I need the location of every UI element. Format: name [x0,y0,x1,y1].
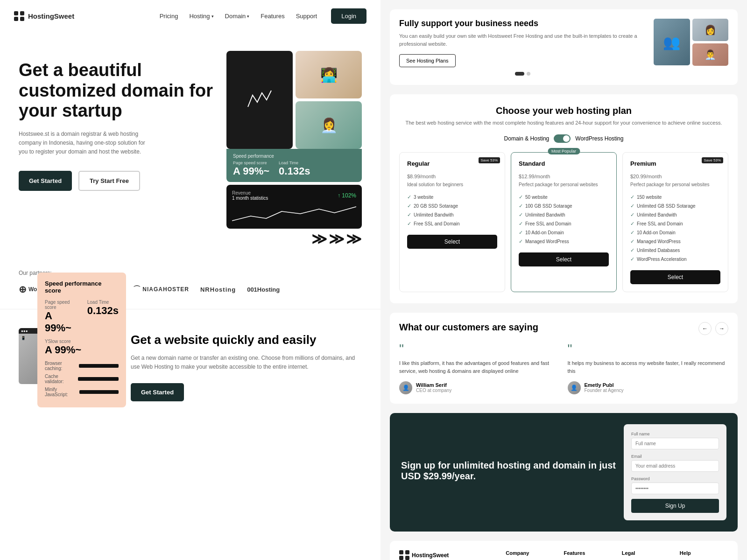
feature-item: Free SSL and Domain [407,219,497,228]
footer-legal-title: Legal [622,550,670,556]
score-metrics: Page speed score A 99%~ Load Time 0.132s [45,300,119,334]
revenue-label: Revenue [232,190,268,196]
prev-testimonial-button[interactable]: ← [698,322,712,335]
support-text: Fully support your business needs You ca… [399,19,646,76]
email-input[interactable] [631,460,719,472]
plan-select-standard[interactable]: Select [519,252,609,266]
plan-features-standard: 50 website 100 GB SSD Sotarage Unlimited… [519,193,609,246]
nav-hosting[interactable]: Hosting ▾ [189,13,213,20]
get-started-button[interactable]: Get Started [19,171,72,191]
pagination [399,72,646,76]
author-2-name: Emetly Publ [585,382,624,388]
see-hosting-plans-button[interactable]: See Hosting Plans [399,54,456,67]
arrow-icon: ≫ [311,231,327,246]
feature-item: 20 GB SSD Sotarage [407,202,497,210]
navbar: HostingSweet Pricing Hosting ▾ Domain ▾ … [0,0,381,32]
nav-support[interactable]: Support [296,13,317,20]
feature-item: Unlimited Bandwith [519,210,609,219]
password-input[interactable] [631,483,719,494]
footer-logo-icon [399,550,409,560]
arrow-icon: ≫ [346,231,362,246]
avatar-1: 👤 [399,381,412,394]
speed-score-card: Speed performance score Page speed score… [37,273,126,407]
nav-features[interactable]: Features [261,13,284,20]
cta-title: Sign up for unlimited hosting and domain… [401,460,616,482]
save-badge-premium: Save 53% [702,157,723,163]
plan-standard: Most Popular Standard $12.99/month Perfe… [511,152,617,292]
logo-icon [14,11,24,21]
feature-item: Unlimited GB SSD Sotarage [630,202,720,210]
login-button[interactable]: Login [331,8,366,24]
speed-title: Speed performance [233,154,355,159]
plan-select-premium[interactable]: Select [630,270,720,284]
revenue-card: Revenue 1 month statistics ↑ 102% [226,185,362,229]
toggle-domain-label: Domain & Hosting [504,135,550,142]
speed-visual-area: ●●● 📱 ››› Speed performance score Page s… [19,323,117,407]
chevron-down-icon: ▾ [211,14,214,19]
email-label: Email [631,454,719,459]
email-field: Email [631,454,719,472]
chevron-down-icon: ▾ [247,14,249,19]
signup-form: Full name Email Password Sign Up [624,424,726,520]
plans-toggle: Domain & Hosting WordPress Hosting [399,134,728,143]
revenue-change: ↑ 102% [338,192,356,199]
hero-visuals: 👩‍💻 👩‍💼 Speed performance Page speed sco… [226,51,362,246]
signup-button[interactable]: Sign Up [631,499,719,513]
support-team-image: 👥 [654,19,690,65]
partner-niagahoster: ⌒ NiagaHoster [133,285,189,294]
footer-features-col: Features Check Domain Site Web Email Wor… [564,550,612,560]
hero-content: Get a beautiful customized domain for yo… [19,51,217,246]
plan-features-premium: 150 website Unlimited GB SSD Sotarage Un… [630,193,720,264]
feature-item: 150 website [630,193,720,202]
full-name-input[interactable] [631,438,719,449]
next-testimonial-button[interactable]: → [715,322,728,335]
bar-track [79,364,119,368]
hero-title: Get a beautiful customized domain for yo… [19,60,217,121]
speed-score-value: A 99%~ [233,165,269,177]
footer-features-title: Features [564,550,612,556]
yslow-row: YSlow score A 99%~ [45,339,119,356]
logo[interactable]: HostingSweet [14,11,74,21]
toggle-switch[interactable] [554,134,571,143]
yslow-value: A 99%~ [45,344,119,356]
testimonial-2-author: 👤 Emetly Publ Founder at Agency [568,381,729,394]
footer-brand-name: HostingSweet [399,550,496,560]
quote-icon: " [399,343,560,356]
testimonials-section: What our customers are saying ← → " I li… [390,313,738,404]
support-person4-image: 👨‍💼 [692,43,729,66]
plan-features-regular: 3 website 20 GB SSD Sotarage Unlimited B… [407,193,497,228]
nav-pricing[interactable]: Pricing [160,13,178,20]
author-1-role: CEO at company [416,388,451,393]
speed-get-started-button[interactable]: Get Started [131,383,184,401]
testimonials-grid: " I like this platform, it has the advan… [399,343,728,394]
load-time-value: 0.132s [279,165,310,177]
testimonials-nav: ← → [698,322,728,335]
hero-image-grid: 👩‍💻 👩‍💼 [226,51,362,149]
score-card-title: Speed performance score [45,280,119,294]
feature-item: Free SSL and Domain [519,219,609,228]
footer: HostingSweet Get a beautiful customized … [390,541,738,560]
support-section: Fully support your business needs You ca… [390,9,738,85]
bar-track [79,390,119,394]
nav-domain[interactable]: Domain ▾ [225,13,250,20]
feature-item: 3 website [407,193,497,202]
page-score-value: A 99%~ [45,310,73,334]
plans-title: Choose your web hosting plan [399,105,728,116]
save-badge-regular: Save 53% [479,157,500,163]
testimonial-2-text: It helps my business to access my websit… [568,359,729,376]
plan-select-regular[interactable]: Select [407,235,497,249]
plan-tagline-standard: Perfect package for personal websites [519,182,609,187]
try-free-button[interactable]: Try Start Free [78,171,140,191]
testimonial-1: " I like this platform, it has the advan… [399,343,560,394]
footer-help-title: Help [680,550,728,556]
yslow-label: YSlow score [45,339,119,344]
dot-1 [515,72,524,76]
author-2-role: Founder at Agency [585,388,624,393]
arrows-decoration: ≫ ≫ ≫ [226,231,362,246]
load-time-value: 0.132s [87,305,119,317]
feature-item: Unlimited Bandwith [407,210,497,219]
support-description: You can easily build your own site with … [399,32,646,48]
revenue-chart [232,204,356,223]
feature-item: Managed WordPress [519,237,609,246]
password-label: Password [631,476,719,481]
